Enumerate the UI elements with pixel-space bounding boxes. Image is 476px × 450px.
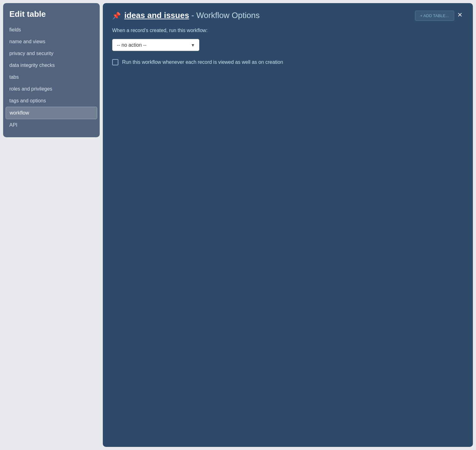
edit-table-menu: fieldsname and viewsprivacy and security… (3, 24, 100, 131)
workflow-checkbox-label: Run this workflow whenever each record i… (122, 59, 283, 66)
sidebar-item-name-and-views[interactable]: name and views (3, 36, 100, 48)
sidebar-item-api[interactable]: API (3, 119, 100, 131)
workflow-action-select[interactable]: -- no action -- (112, 39, 199, 51)
workflow-subtitle: - Workflow Options (191, 11, 259, 20)
sidebar-item-tags-and-options[interactable]: tags and options (3, 95, 100, 107)
workflow-title-row: 📌 ideas and issues - Workflow Options (112, 11, 259, 20)
workflow-select-wrapper: -- no action -- ▼ (112, 39, 199, 51)
edit-table-title: Edit table (3, 9, 100, 24)
edit-table-panel: Edit table fieldsname and viewsprivacy a… (3, 3, 100, 137)
sidebar-item-tabs[interactable]: tabs (3, 71, 100, 83)
sidebar-item-workflow[interactable]: workflow (6, 107, 97, 119)
workflow-panel: 📌 ideas and issues - Workflow Options × … (103, 3, 473, 447)
workflow-title: ideas and issues - Workflow Options (124, 11, 259, 20)
sidebar-item-roles-and-privileges[interactable]: roles and privileges (3, 83, 100, 95)
close-button[interactable]: × (456, 11, 464, 19)
workflow-header: 📌 ideas and issues - Workflow Options × (112, 11, 464, 20)
workflow-checkbox[interactable] (112, 59, 118, 65)
add-table-button[interactable]: + ADD TABLE... (415, 11, 454, 21)
table-name: ideas and issues (124, 11, 189, 20)
sidebar-item-privacy-and-security[interactable]: privacy and security (3, 48, 100, 59)
pin-icon: 📌 (112, 12, 121, 20)
workflow-description: When a record's created, run this workfl… (112, 28, 464, 33)
workflow-checkbox-row: Run this workflow whenever each record i… (112, 59, 464, 66)
sidebar-item-fields[interactable]: fields (3, 24, 100, 36)
sidebar-item-data-integrity-checks[interactable]: data integrity checks (3, 59, 100, 71)
